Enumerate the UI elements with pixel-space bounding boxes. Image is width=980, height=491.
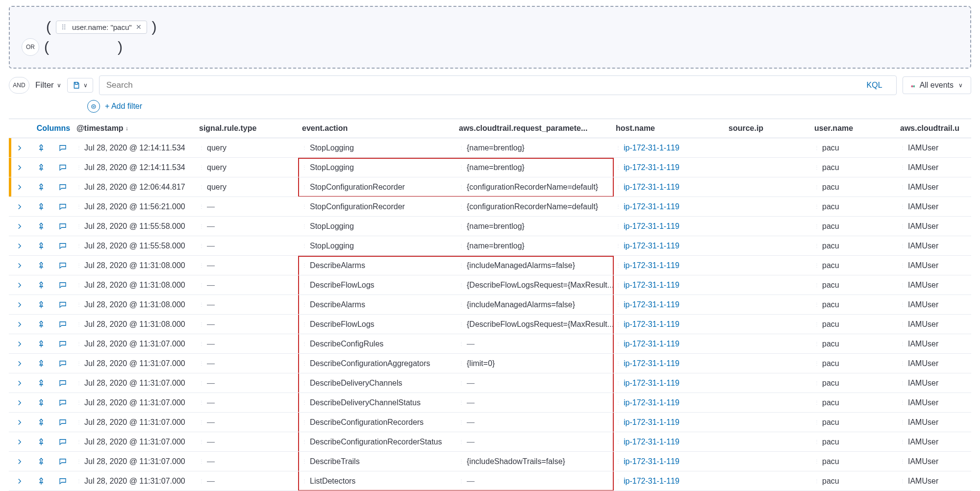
drag-handle-icon[interactable] — [302, 400, 307, 405]
drag-handle-icon[interactable] — [616, 243, 621, 248]
pin-icon[interactable] — [37, 261, 46, 270]
drag-handle-icon[interactable] — [900, 165, 905, 170]
drag-handle-icon[interactable] — [459, 439, 464, 444]
drag-handle-icon[interactable] — [302, 145, 307, 150]
drag-handle-icon[interactable] — [814, 361, 819, 366]
drag-handle-icon[interactable] — [459, 478, 464, 484]
drag-handle-icon[interactable] — [199, 302, 204, 307]
col-request-params[interactable]: aws.cloudtrail.request_paramete... — [456, 120, 613, 137]
drag-handle-icon[interactable] — [199, 204, 204, 209]
data-view-dropdown[interactable]: All events ∨ — [903, 76, 971, 94]
pin-icon[interactable] — [37, 183, 46, 192]
drag-handle-icon[interactable] — [76, 380, 81, 386]
pin-icon[interactable] — [37, 300, 46, 309]
drag-handle-icon[interactable] — [459, 204, 464, 209]
expand-row-icon[interactable] — [15, 359, 24, 368]
pin-icon[interactable] — [37, 457, 46, 466]
drag-handle-icon[interactable] — [616, 263, 621, 268]
drag-handle-icon[interactable] — [199, 341, 204, 346]
expand-row-icon[interactable] — [15, 300, 24, 309]
drag-handle-icon[interactable] — [302, 302, 307, 307]
drag-handle-icon[interactable] — [76, 419, 81, 425]
drag-handle-icon[interactable] — [616, 400, 621, 405]
drag-handle-icon[interactable] — [900, 478, 905, 484]
note-icon[interactable] — [58, 359, 67, 368]
drag-handle-icon[interactable] — [302, 478, 307, 484]
drag-handle-icon[interactable] — [616, 380, 621, 386]
pin-icon[interactable] — [37, 163, 46, 172]
drag-handle-icon[interactable] — [459, 400, 464, 405]
note-icon[interactable] — [58, 300, 67, 309]
drag-handle-icon[interactable] — [459, 165, 464, 170]
drag-handle-icon[interactable] — [616, 165, 621, 170]
pin-icon[interactable] — [37, 438, 46, 446]
drag-handle-icon[interactable] — [459, 341, 464, 346]
expand-row-icon[interactable] — [15, 438, 24, 446]
expand-row-icon[interactable] — [15, 242, 24, 250]
drag-handle-icon[interactable] — [302, 380, 307, 386]
add-filter-link[interactable]: ⊜ + Add filter — [9, 100, 971, 113]
drag-handle-icon[interactable] — [814, 419, 819, 425]
pin-icon[interactable] — [37, 144, 46, 152]
drag-handle-icon[interactable] — [76, 439, 81, 444]
drag-handle-icon[interactable] — [900, 400, 905, 405]
pin-icon[interactable] — [37, 340, 46, 348]
expand-row-icon[interactable] — [15, 163, 24, 172]
note-icon[interactable] — [58, 222, 67, 231]
drag-handle-icon[interactable] — [616, 419, 621, 425]
drag-handle-icon[interactable] — [199, 165, 204, 170]
note-icon[interactable] — [58, 320, 67, 329]
drag-handle-icon[interactable] — [900, 145, 905, 150]
col-host-name[interactable]: host.name — [613, 120, 726, 137]
kql-toggle[interactable]: KQL — [860, 81, 889, 90]
drag-handle-icon[interactable] — [199, 223, 204, 229]
drag-handle-icon[interactable] — [199, 184, 204, 190]
pin-icon[interactable] — [37, 359, 46, 368]
remove-filter-icon[interactable]: ✕ — [136, 23, 142, 31]
expand-row-icon[interactable] — [15, 340, 24, 348]
note-icon[interactable] — [58, 379, 67, 388]
note-icon[interactable] — [58, 457, 67, 466]
drag-handle-icon[interactable] — [302, 263, 307, 268]
drag-handle-icon[interactable] — [302, 361, 307, 366]
drag-handle-icon[interactable] — [814, 223, 819, 229]
note-icon[interactable] — [58, 261, 67, 270]
expand-row-icon[interactable] — [15, 183, 24, 192]
drag-handle-icon[interactable] — [459, 302, 464, 307]
col-signal-rule-type[interactable]: signal.rule.type — [196, 120, 299, 137]
drag-handle-icon[interactable] — [199, 439, 204, 444]
note-icon[interactable] — [58, 242, 67, 250]
filter-settings-icon[interactable]: ⊜ — [87, 100, 100, 113]
note-icon[interactable] — [58, 183, 67, 192]
drag-handle-icon[interactable] — [76, 341, 81, 346]
drag-handle-icon[interactable] — [900, 321, 905, 327]
expand-row-icon[interactable] — [15, 202, 24, 211]
drag-handle-icon[interactable] — [76, 204, 81, 209]
drag-handle-icon[interactable] — [302, 243, 307, 248]
drag-handle-icon[interactable] — [76, 243, 81, 248]
and-operator-button[interactable]: AND — [9, 77, 29, 94]
filter-dropdown[interactable]: Filter ∨ — [35, 80, 61, 90]
drag-handle-icon[interactable] — [900, 243, 905, 248]
drag-handle-icon[interactable] — [76, 321, 81, 327]
expand-row-icon[interactable] — [15, 477, 24, 486]
drag-handle-icon[interactable] — [459, 380, 464, 386]
drag-handle-icon[interactable] — [900, 184, 905, 190]
drag-handle-icon[interactable] — [302, 439, 307, 444]
pin-icon[interactable] — [37, 379, 46, 388]
drag-handle-icon[interactable] — [616, 478, 621, 484]
drag-handle-icon[interactable] — [616, 439, 621, 444]
drag-handle-icon[interactable] — [616, 223, 621, 229]
drag-handle-icon[interactable] — [459, 419, 464, 425]
col-timestamp[interactable]: @timestamp ↓ — [74, 120, 196, 137]
drag-handle-icon[interactable] — [199, 478, 204, 484]
drag-handle-icon[interactable] — [616, 302, 621, 307]
drag-handle-icon[interactable] — [76, 459, 81, 464]
expand-row-icon[interactable] — [15, 320, 24, 329]
drag-handle-icon[interactable] — [900, 341, 905, 346]
drag-handle-icon[interactable] — [900, 223, 905, 229]
drag-handle-icon[interactable] — [199, 380, 204, 386]
expand-row-icon[interactable] — [15, 261, 24, 270]
drag-handle-icon[interactable] — [616, 204, 621, 209]
drag-handle-icon[interactable] — [900, 302, 905, 307]
